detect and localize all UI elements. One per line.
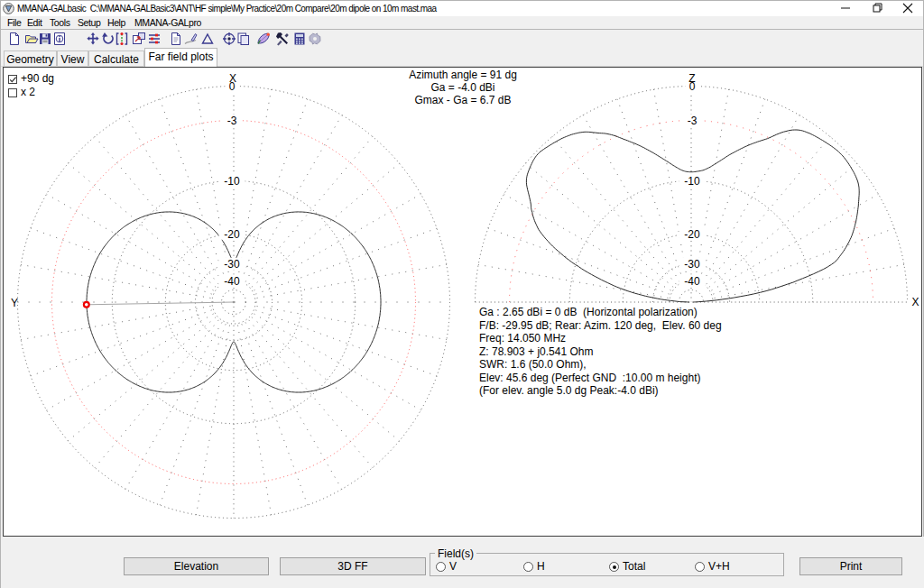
svg-text:Z: Z	[688, 72, 695, 85]
svg-text:-10: -10	[684, 175, 700, 188]
svg-text:-40: -40	[684, 275, 700, 288]
svg-text:-30: -30	[684, 258, 700, 271]
svg-text:-40: -40	[224, 275, 240, 288]
svg-text:X: X	[229, 72, 236, 85]
svg-text:Y: Y	[11, 297, 18, 309]
svg-text:X: X	[912, 296, 919, 308]
svg-text:-3: -3	[688, 115, 698, 127]
svg-text:-3: -3	[227, 115, 237, 127]
svg-text:-30: -30	[224, 258, 240, 271]
svg-text:-20: -20	[684, 228, 700, 241]
svg-text:-20: -20	[224, 228, 240, 241]
svg-text:-10: -10	[224, 175, 240, 188]
